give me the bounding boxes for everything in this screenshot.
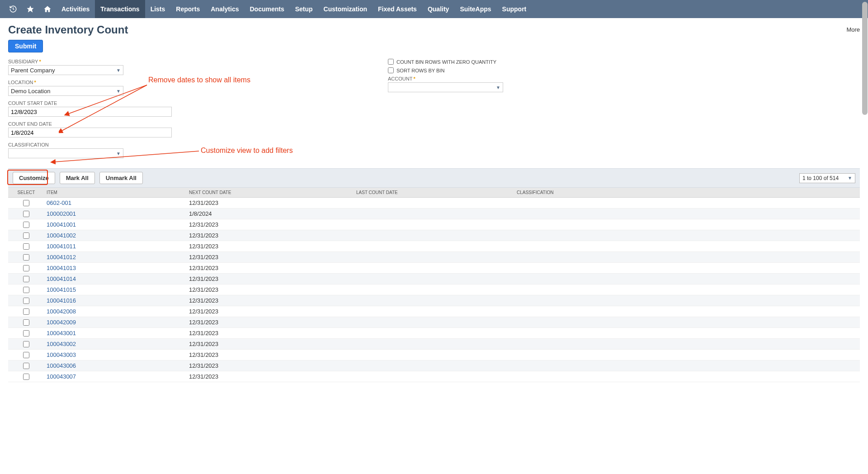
unmark-all-button[interactable]: Unmark All: [99, 172, 143, 184]
account-select[interactable]: ▼: [388, 82, 503, 92]
row-checkbox[interactable]: [23, 298, 29, 304]
table-row: 10004101312/31/2023: [8, 263, 860, 274]
list-toolbar: Customize Mark All Unmark All 1 to 100 o…: [8, 168, 860, 188]
row-checkbox[interactable]: [23, 341, 29, 347]
grid-body: 0602-00112/31/20231000020011/8/202410004…: [8, 198, 860, 382]
table-row: 10004101212/31/2023: [8, 252, 860, 263]
nav-item-transactions[interactable]: Transactions: [95, 0, 145, 18]
chevron-down-icon: ▼: [116, 89, 121, 94]
cell-next-date: 12/31/2023: [187, 199, 354, 206]
table-row: 0602-00112/31/2023: [8, 198, 860, 209]
cell-next-date: 12/31/2023: [187, 351, 354, 358]
more-link[interactable]: More: [846, 24, 860, 33]
table-row: 10004101612/31/2023: [8, 295, 860, 306]
row-checkbox[interactable]: [23, 287, 29, 293]
cell-next-date: 12/31/2023: [187, 319, 354, 326]
col-header-item[interactable]: ITEM: [44, 190, 187, 195]
cell-next-date: 12/31/2023: [187, 330, 354, 337]
sort-rows-bin-checkbox[interactable]: [388, 67, 394, 73]
nav-item-support[interactable]: Support: [497, 0, 532, 18]
end-date-input[interactable]: [8, 128, 172, 137]
nav-item-setup[interactable]: Setup: [290, 0, 318, 18]
col-header-last[interactable]: LAST COUNT DATE: [354, 190, 514, 195]
pager-select[interactable]: 1 to 100 of 514 ▼: [799, 173, 855, 183]
row-checkbox[interactable]: [23, 276, 29, 282]
item-link[interactable]: 100041012: [47, 254, 76, 261]
home-icon[interactable]: [39, 0, 56, 18]
item-link[interactable]: 100041013: [47, 265, 76, 271]
item-link[interactable]: 100041002: [47, 232, 76, 239]
classification-select[interactable]: ▼: [8, 148, 123, 158]
nav-item-documents[interactable]: Documents: [244, 0, 289, 18]
item-link[interactable]: 100043006: [47, 362, 76, 369]
row-checkbox[interactable]: [23, 254, 29, 261]
cell-next-date: 12/31/2023: [187, 275, 354, 282]
nav-item-customization[interactable]: Customization: [318, 0, 373, 18]
subsidiary-select[interactable]: Parent Company ▼: [8, 65, 123, 75]
customize-button[interactable]: Customize: [13, 172, 55, 184]
item-link[interactable]: 100042008: [47, 308, 76, 315]
row-checkbox[interactable]: [23, 330, 29, 337]
item-link[interactable]: 100043001: [47, 330, 76, 337]
star-icon[interactable]: [22, 0, 39, 18]
location-select[interactable]: Demo Location ▼: [8, 86, 123, 96]
item-link[interactable]: 100041001: [47, 221, 76, 228]
top-nav: ActivitiesTransactionsListsReportsAnalyt…: [0, 0, 868, 18]
row-checkbox[interactable]: [23, 200, 29, 206]
table-row: 10004200812/31/2023: [8, 306, 860, 317]
end-date-label: COUNT END DATE: [8, 121, 180, 127]
row-checkbox[interactable]: [23, 232, 29, 239]
page-title: Create Inventory Count: [8, 24, 128, 36]
table-row: 10004300712/31/2023: [8, 371, 860, 382]
submit-button[interactable]: Submit: [8, 40, 43, 52]
col-header-select[interactable]: SELECT: [8, 190, 44, 195]
item-link[interactable]: 100043003: [47, 351, 76, 358]
classification-label: CLASSIFICATION: [8, 142, 180, 147]
cell-next-date: 12/31/2023: [187, 341, 354, 347]
cell-next-date: 12/31/2023: [187, 254, 354, 261]
history-icon[interactable]: [5, 0, 22, 18]
row-checkbox[interactable]: [23, 374, 29, 380]
cell-next-date: 12/31/2023: [187, 286, 354, 293]
row-checkbox[interactable]: [23, 265, 29, 271]
item-link[interactable]: 100041011: [47, 243, 76, 250]
item-link[interactable]: 100043007: [47, 373, 76, 380]
cell-next-date: 12/31/2023: [187, 297, 354, 304]
cell-next-date: 1/8/2024: [187, 210, 354, 217]
row-checkbox[interactable]: [23, 308, 29, 315]
item-link[interactable]: 0602-001: [47, 199, 71, 206]
nav-item-suiteapps[interactable]: SuiteApps: [454, 0, 496, 18]
col-header-next[interactable]: NEXT COUNT DATE: [187, 190, 354, 195]
item-link[interactable]: 100042009: [47, 319, 76, 326]
mark-all-button[interactable]: Mark All: [60, 172, 95, 184]
row-checkbox[interactable]: [23, 211, 29, 217]
nav-item-analytics[interactable]: Analytics: [205, 0, 244, 18]
count-bin-zero-label: COUNT BIN ROWS WITH ZERO QUANTITY: [396, 59, 496, 65]
count-bin-zero-checkbox[interactable]: [388, 59, 394, 65]
annotation-remove-dates: Remove dates to show all items: [148, 76, 250, 84]
nav-item-quality[interactable]: Quality: [422, 0, 454, 18]
account-label: ACCOUNT*: [388, 76, 524, 81]
cell-next-date: 12/31/2023: [187, 232, 354, 239]
item-link[interactable]: 100041016: [47, 297, 76, 304]
item-link[interactable]: 100002001: [47, 210, 76, 217]
nav-item-lists[interactable]: Lists: [145, 0, 171, 18]
chevron-down-icon: ▼: [116, 68, 121, 73]
row-checkbox[interactable]: [23, 222, 29, 228]
start-date-input[interactable]: [8, 107, 172, 117]
item-link[interactable]: 100041015: [47, 286, 76, 293]
nav-item-fixed-assets[interactable]: Fixed Assets: [373, 0, 422, 18]
nav-item-reports[interactable]: Reports: [170, 0, 205, 18]
row-checkbox[interactable]: [23, 352, 29, 358]
item-link[interactable]: 100041014: [47, 275, 76, 282]
row-checkbox[interactable]: [23, 319, 29, 326]
item-link[interactable]: 100043002: [47, 341, 76, 347]
row-checkbox[interactable]: [23, 363, 29, 369]
scrollbar[interactable]: [862, 2, 868, 115]
col-header-class[interactable]: CLASSIFICATION: [514, 190, 860, 195]
table-row: 10004300112/31/2023: [8, 328, 860, 339]
row-checkbox[interactable]: [23, 243, 29, 250]
subsidiary-label: SUBSIDIARY*: [8, 59, 180, 64]
nav-item-activities[interactable]: Activities: [56, 0, 95, 18]
table-row: 10004300212/31/2023: [8, 339, 860, 350]
